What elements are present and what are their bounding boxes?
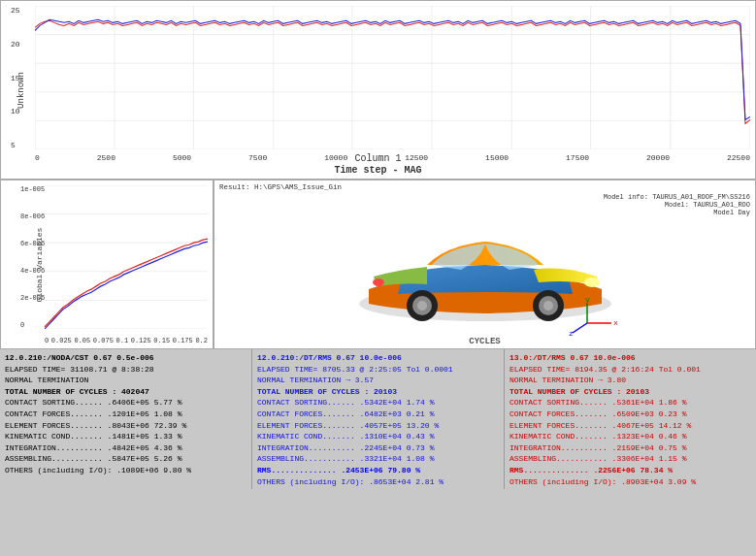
col2-line12: OTHERS (including I/O): .8653E+04 2.81 %	[257, 476, 499, 488]
bottom-section: Global Variables 1e-005 8e-006 6e-006 4e…	[0, 180, 756, 489]
left-x-tick-025: 0.025	[51, 337, 72, 344]
car-area: Result: H:\GPS\AMS_Issue_Gin Model info:…	[214, 180, 756, 349]
x-tick-17500: 17500	[566, 153, 589, 162]
left-x-tick-075: 0.075	[93, 337, 114, 344]
col2-line9: INTEGRATION.......... .2245E+04 0.73 %	[257, 442, 499, 454]
col3-line11-rms: RMS.............. .2256E+06 78.34 %	[509, 465, 751, 476]
col2-line8: KINEMATIC COND....... .1310E+04 0.43 %	[257, 431, 499, 442]
col2-line7: ELEMENT FORCES....... .4057E+05 13.20 %	[257, 420, 499, 432]
x-tick-20000: 20000	[646, 153, 670, 162]
top-chart-y-label: Unknown	[16, 72, 26, 109]
x-tick-22500: 22500	[727, 153, 750, 162]
x-tick-10000: 10000	[324, 153, 347, 162]
charts-row: Global Variables 1e-005 8e-006 6e-006 4e…	[0, 180, 756, 349]
col1-line8: KINEMATIC COND....... .1481E+05 1.33 %	[5, 431, 247, 442]
col2-line6: CONTACT FORCES....... .6482E+03 0.21 %	[257, 409, 499, 420]
left-x-tick-05: 0.05	[74, 337, 90, 344]
car-svg: x y z	[349, 207, 621, 343]
col2-line1: 12.0.210:/DT/RMS 0.67 10.0e-006	[257, 352, 499, 364]
col3-line3: NORMAL TERMINATION → 3.80	[509, 375, 751, 386]
left-chart: Global Variables 1e-005 8e-006 6e-006 4e…	[0, 180, 214, 349]
left-y-tick-6: 0	[20, 321, 45, 329]
svg-point-29	[584, 278, 600, 287]
svg-text:y: y	[585, 295, 590, 304]
col3-line2: ELAPSED TIME= 8194.35 @ 2:16:24 Tol 0.00…	[509, 364, 751, 376]
x-tick-0: 0	[35, 153, 40, 162]
info-col-3: 13.0:/DT/RMS 0.67 10.0e-006 ELAPSED TIME…	[505, 349, 756, 489]
col2-line10: ASSEMBLING........... .3321E+04 1.08 %	[257, 453, 499, 465]
col1-line3: NORMAL TERMINATION	[5, 375, 247, 386]
col3-line4: TOTAL NUMBER OF CYCLES : 20103	[509, 386, 751, 398]
info-col-2: 12.0.210:/DT/RMS 0.67 10.0e-006 ELAPSED …	[252, 349, 505, 489]
top-chart: 25 20 15 10 5 Unknown	[0, 0, 756, 180]
x-tick-2500: 2500	[97, 153, 115, 162]
x-tick-7500: 7500	[248, 153, 267, 162]
col3-line10: ASSEMBLING........... .3306E+04 1.15 %	[509, 453, 751, 465]
left-y-tick-4: 4e-006	[20, 267, 45, 275]
left-x-tick-15: 0.15	[153, 337, 170, 344]
svg-line-33	[573, 323, 587, 333]
left-y-tick-3: 6e-006	[20, 240, 45, 247]
left-y-tick-1: 1e-005	[20, 185, 45, 193]
left-x-tick-2: 0.2	[195, 337, 208, 344]
col1-line4: TOTAL NUMBER OF CYCLES : 402047	[5, 386, 247, 398]
col3-line7: ELEMENT FORCES....... .4067E+05 14.12 %	[509, 420, 751, 432]
top-chart-x-sublabel: Time step - MAG	[334, 165, 421, 176]
left-x-tick-1: 0.1	[115, 337, 128, 344]
col2-line3: NORMAL TERMINATION → 3.57	[257, 375, 499, 386]
y-tick-25: 25	[11, 6, 20, 15]
left-y-tick-5: 2e-006	[20, 294, 45, 302]
col2-line5: CONTACT SORTING...... .5342E+04 1.74 %	[257, 397, 499, 409]
top-chart-x-label: Column 1	[354, 153, 401, 164]
left-x-tick-0: 0	[45, 337, 49, 344]
col1-line5: CONTACT SORTING...... .6406E+05 5.77 %	[5, 397, 247, 409]
col3-line9: INTEGRATION.......... .2159E+04 0.75 %	[509, 442, 751, 454]
col3-line1: 13.0:/DT/RMS 0.67 10.0e-006	[509, 352, 751, 364]
x-tick-5000: 5000	[173, 153, 191, 162]
info-col-1: 12.0.210:/NODA/CST 0.67 0.5e-006 ELAPSED…	[0, 349, 252, 489]
left-x-ticks: 0 0.025 0.05 0.075 0.1 0.125 0.15 0.175 …	[45, 337, 208, 344]
col3-line12: OTHERS (including I/O): .8903E+04 3.09 %	[509, 476, 751, 488]
result-label: Result: H:\GPS\AMS_Issue_Gin	[219, 183, 342, 191]
main-container: 25 20 15 10 5 Unknown	[0, 0, 756, 556]
col2-line11-rms: RMS.............. .2453E+06 79.80 %	[257, 465, 499, 476]
col1-line6: CONTACT FORCES....... .1201E+05 1.08 %	[5, 409, 247, 420]
col1-line9: INTEGRATION.......... .4842E+05 4.36 %	[5, 442, 247, 454]
col2-line2: ELAPSED TIME= 8705.33 @ 2:25:05 Tol 0.00…	[257, 364, 499, 376]
col1-line1: 12.0.210:/NODA/CST 0.67 0.5e-006	[5, 352, 247, 364]
svg-point-25	[417, 301, 427, 311]
left-chart-svg	[45, 185, 208, 329]
info-row: 12.0.210:/NODA/CST 0.67 0.5e-006 ELAPSED…	[0, 349, 756, 489]
cycles-label: CYCLES	[469, 337, 500, 346]
left-x-tick-175: 0.175	[173, 337, 193, 344]
model-label: Model info: TAURUS_A01_ROOF_FM\SS216 Mod…	[604, 193, 750, 216]
y-tick-5: 5	[11, 141, 20, 149]
x-tick-12500: 12500	[405, 153, 428, 162]
col1-line11: OTHERS (including I/O): .1089E+06 9.80 %	[5, 465, 247, 476]
left-x-tick-125: 0.125	[131, 337, 151, 344]
y-tick-20: 20	[11, 40, 20, 49]
col3-line6: CONTACT FORCES....... .6509E+03 0.23 %	[509, 409, 751, 420]
svg-point-30	[373, 278, 384, 286]
col1-line10: ASSEMBLING........... .5847E+05 5.26 %	[5, 453, 247, 465]
x-tick-15000: 15000	[485, 153, 509, 162]
top-chart-svg	[35, 6, 750, 149]
col3-line8: KINEMATIC COND....... .1323E+04 0.46 %	[509, 431, 751, 442]
svg-text:x: x	[613, 318, 618, 327]
col3-line5: CONTACT SORTING...... .5361E+04 1.86 %	[509, 397, 751, 409]
svg-text:z: z	[569, 329, 574, 338]
col2-line4: TOTAL NUMBER OF CYCLES : 20103	[257, 386, 499, 398]
left-y-ticks: 1e-005 8e-006 6e-006 4e-006 2e-006 0	[20, 185, 45, 329]
svg-point-28	[543, 301, 553, 311]
left-y-tick-2: 8e-006	[20, 213, 45, 220]
col1-line2: ELAPSED TIME= 31108.71 @ 8:38:28	[5, 364, 247, 376]
col1-line7: ELEMENT FORCES....... .8043E+06 72.39 %	[5, 420, 247, 432]
